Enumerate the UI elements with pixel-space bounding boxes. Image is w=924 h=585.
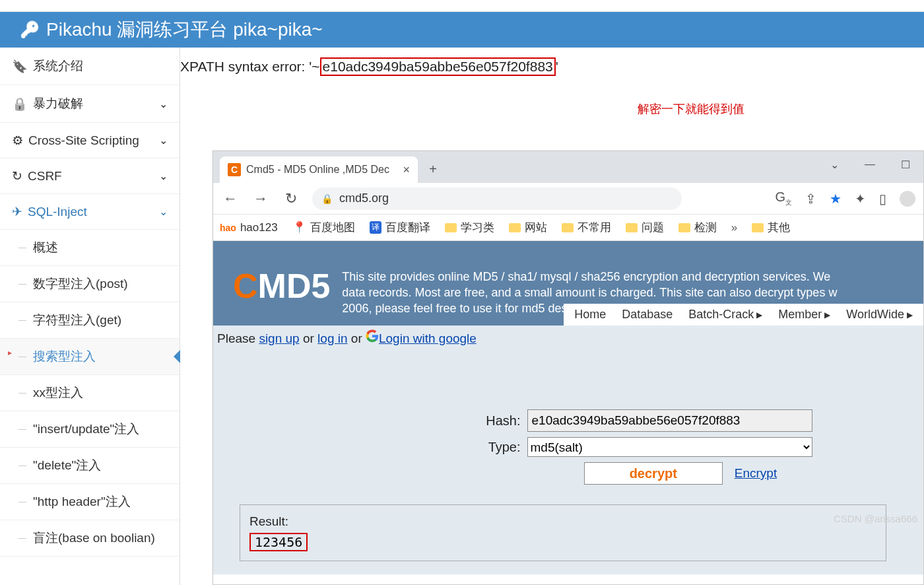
sub-overview[interactable]: 概述	[0, 230, 180, 266]
sub-numeric[interactable]: 数字型注入(post)	[0, 266, 180, 302]
chevron-down-icon: ⌄	[159, 134, 168, 147]
bm-rare[interactable]: 不常用	[562, 220, 611, 235]
window-maximize[interactable]: ☐	[888, 151, 923, 178]
extensions-icon[interactable]: ✦	[855, 191, 866, 207]
tab-strip: C Cmd5 - MD5 Online ,MD5 Dec × + ⌄ — ☐	[213, 151, 923, 183]
nav-world[interactable]: WorldWide▶	[846, 308, 913, 322]
sidebar-item-sqlinject[interactable]: SQL-Inject ⌄	[0, 194, 180, 230]
bookmarks-bar: haohao123 📍百度地图 译百度翻译 学习类 网站 不常用 问题 检测 »…	[213, 215, 923, 241]
key-icon	[20, 20, 40, 39]
cmd5-hero: CMD5 This site provides online MD5 / sha…	[213, 241, 923, 326]
type-select[interactable]: md5(salt)	[527, 437, 812, 457]
bm-sites[interactable]: 网站	[509, 220, 547, 235]
signup-link[interactable]: sign up	[259, 331, 299, 345]
hash-input[interactable]	[527, 409, 813, 432]
cmd5-result-box: Result: 123456	[240, 504, 886, 561]
forward-button[interactable]: →	[251, 190, 270, 207]
profile-icon[interactable]	[900, 191, 915, 207]
sub-header[interactable]: "http header"注入	[0, 484, 180, 520]
reload-button[interactable]: ↻	[282, 190, 300, 207]
folder-icon	[626, 223, 638, 232]
caret-icon: ▶	[907, 310, 913, 320]
chevron-down-icon: ⌄	[159, 170, 168, 182]
back-button[interactable]: ←	[221, 190, 240, 207]
sub-xx[interactable]: xx型注入	[0, 375, 180, 411]
bm-baidumap[interactable]: 📍百度地图	[292, 220, 355, 235]
cmd5-login-strip: Please sign up or log in or Login with g…	[213, 326, 923, 350]
sub-search[interactable]: ▸搜索型注入	[0, 339, 180, 375]
window-dropdown[interactable]: ⌄	[816, 151, 852, 178]
bm-issues[interactable]: 问题	[626, 220, 664, 235]
encrypt-link[interactable]: Encrypt	[735, 466, 777, 481]
caret-icon: ▶	[756, 310, 762, 320]
bm-study[interactable]: 学习类	[445, 220, 494, 235]
watermark: CSDN @arissa666	[834, 513, 917, 524]
sub-string[interactable]: 字符型注入(get)	[0, 302, 180, 339]
new-tab-button[interactable]: +	[423, 159, 443, 179]
url-input[interactable]: 🔒 cmd5.org	[312, 188, 682, 210]
sidebar-label: Cross-Site Scripting	[28, 133, 139, 148]
bm-hao123[interactable]: haohao123	[220, 221, 278, 234]
bm-baidutrans[interactable]: 译百度翻译	[370, 220, 430, 235]
sub-blind[interactable]: 盲注(base on boolian)	[0, 520, 180, 557]
bookmark-star-icon[interactable]: ★	[830, 191, 842, 207]
login-link[interactable]: log in	[317, 331, 347, 345]
sub-insert[interactable]: "insert/update"注入	[0, 411, 180, 448]
sidebar-label: 暴力破解	[33, 95, 83, 112]
hao-icon: hao	[220, 223, 236, 233]
result-label: Result:	[249, 514, 876, 529]
reading-list-icon[interactable]: ▯	[879, 191, 886, 207]
sidebar-item-csrf[interactable]: CSRF ⌄	[0, 158, 180, 194]
folder-icon	[752, 223, 764, 232]
decrypt-button[interactable]: decrypt	[584, 462, 723, 485]
lock-icon: 🔒	[321, 193, 333, 204]
google-login-link[interactable]: Login with google	[379, 331, 477, 345]
caret-icon: ▶	[824, 310, 830, 320]
sync-icon	[12, 168, 22, 184]
nav-home[interactable]: Home	[574, 308, 606, 322]
address-bar: ← → ↻ 🔒 cmd5.org G文 ⇪ ★ ✦ ▯	[213, 183, 923, 215]
sidebar-item-xss[interactable]: Cross-Site Scripting ⌄	[0, 123, 180, 158]
trans-icon: 译	[370, 221, 381, 234]
pin-icon: 📍	[292, 221, 306, 234]
sidebar-item-intro[interactable]: 系统介绍	[0, 48, 180, 85]
google-icon	[366, 329, 379, 343]
hash-highlight: e10adc3949ba59abbe56e057f20f883	[320, 57, 556, 76]
result-value: 123456	[249, 533, 308, 551]
header-title: Pikachu 漏洞练习平台 pika~pika~	[46, 17, 323, 42]
cmd5-logo: CMD5	[233, 266, 330, 306]
url-text: cmd5.org	[339, 191, 389, 205]
chevron-down-icon: ⌄	[159, 98, 168, 110]
browser-tab[interactable]: C Cmd5 - MD5 Online ,MD5 Dec ×	[220, 156, 418, 183]
lock-icon	[12, 96, 28, 112]
page-header: Pikachu 漏洞练习平台 pika~pika~	[0, 12, 924, 48]
sidebar-label: CSRF	[28, 169, 62, 184]
tab-title: Cmd5 - MD5 Online ,MD5 Dec	[246, 164, 389, 176]
sub-delete[interactable]: "delete"注入	[0, 448, 180, 484]
favicon-icon: C	[228, 163, 241, 176]
hash-label: Hash:	[324, 413, 521, 429]
tag-icon	[12, 59, 28, 74]
share-icon[interactable]: ⇪	[805, 191, 816, 207]
window-minimize[interactable]: —	[852, 151, 888, 178]
browser-window: C Cmd5 - MD5 Online ,MD5 Dec × + ⌄ — ☐ ←…	[213, 151, 924, 585]
xpath-error-line: XPATH syntax error: '~e10adc3949ba59abbe…	[180, 57, 924, 76]
annotation-note: 解密一下就能得到值	[457, 101, 924, 117]
plane-icon	[12, 204, 22, 219]
close-icon[interactable]: ×	[403, 163, 410, 177]
nav-member[interactable]: Member▶	[778, 308, 830, 322]
sliders-icon	[12, 133, 23, 148]
bm-overflow[interactable]: »	[731, 221, 737, 234]
bm-detect[interactable]: 检测	[678, 220, 717, 235]
sidebar-label: 系统介绍	[33, 57, 83, 75]
sidebar-label: SQL-Inject	[28, 205, 87, 219]
cmd5-body: Hash: Type: md5(salt) decrypt Encrypt Re…	[213, 350, 923, 574]
bm-other[interactable]: 其他	[752, 220, 790, 235]
sidebar-item-bruteforce[interactable]: 暴力破解 ⌄	[0, 85, 180, 123]
chevron-down-icon: ⌄	[159, 205, 168, 218]
nav-database[interactable]: Database	[622, 308, 673, 322]
nav-batch[interactable]: Batch-Crack▶	[688, 308, 762, 322]
folder-icon	[562, 223, 574, 232]
folder-icon	[678, 223, 690, 232]
translate-icon[interactable]: G文	[775, 189, 792, 207]
